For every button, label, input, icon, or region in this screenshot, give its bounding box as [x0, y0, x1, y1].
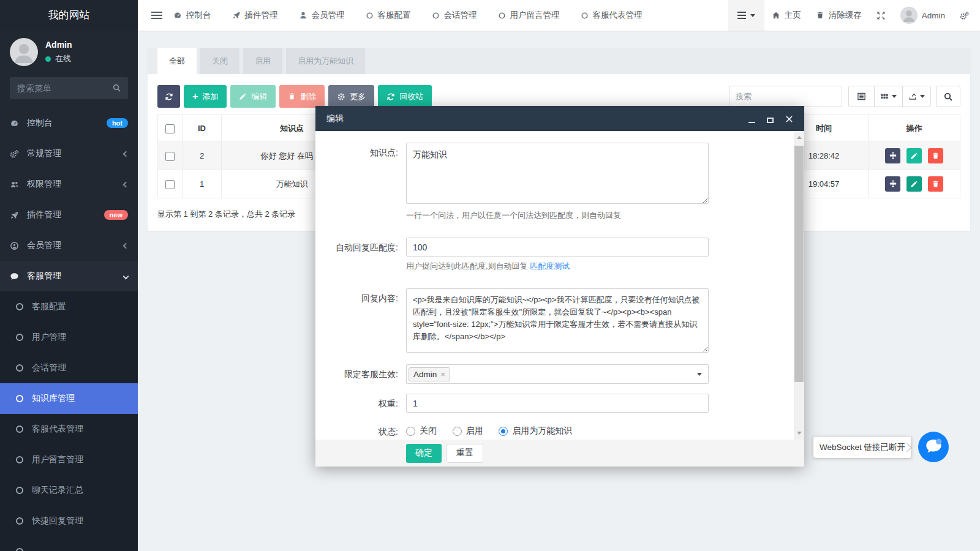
nav-tab-addons[interactable]: 插件管理 — [232, 10, 278, 21]
radio-checked-icon — [499, 427, 508, 436]
tab-closed[interactable]: 关闭 — [200, 48, 239, 74]
sidebar-search-input[interactable] — [10, 77, 128, 99]
remove-tag-icon[interactable] — [440, 370, 445, 378]
circle-icon — [432, 12, 440, 20]
nav-tab-dashboard[interactable]: 控制台 — [173, 10, 211, 21]
row-edit-button[interactable] — [907, 148, 922, 163]
row-checkbox[interactable] — [165, 152, 175, 161]
select-all-checkbox[interactable] — [165, 124, 175, 133]
home-button[interactable]: 主页 — [764, 0, 809, 31]
settings-button[interactable] — [952, 0, 980, 31]
radio-enabled[interactable]: 启用 — [453, 425, 483, 437]
row-edit-button[interactable] — [907, 176, 922, 192]
table-view-buttons — [848, 86, 931, 107]
row-delete-button[interactable] — [928, 148, 943, 163]
search-icon — [112, 83, 121, 92]
scroll-up-button[interactable] — [794, 132, 804, 142]
radio-icon — [453, 427, 462, 436]
more-button[interactable]: 更多 — [328, 85, 374, 108]
sidebar-item-general[interactable]: 常规管理 — [0, 138, 138, 169]
export-dropdown-button[interactable] — [903, 86, 930, 107]
gear-icon — [337, 92, 345, 101]
maximize-icon[interactable] — [767, 114, 774, 123]
row-delete-button[interactable] — [928, 176, 943, 192]
gauge-icon — [173, 11, 182, 20]
radio-universal[interactable]: 启用为万能知识 — [499, 425, 572, 437]
tab-enabled[interactable]: 启用 — [243, 48, 282, 74]
scrollbar-thumb[interactable] — [794, 146, 804, 382]
sidebar-item-knowledge-base[interactable]: 知识库管理 — [0, 383, 138, 414]
limit-agent-select[interactable]: Admin — [406, 364, 709, 384]
nav-tab-session-manage[interactable]: 会话管理 — [432, 10, 477, 21]
sidebar-item-service[interactable]: 客服管理 — [0, 261, 138, 291]
confirm-button[interactable]: 确定 — [406, 444, 442, 463]
sidebar-menu: 控制台 hot 常规管理 权限管理 插件管理 new 会员管理 客服管理 — [0, 108, 138, 551]
weight-input[interactable] — [406, 394, 709, 413]
reply-content-textarea[interactable]: <p>我是来自知识库的万能知识~</p><p>我不计算匹配度，只要没有任何知识点… — [406, 288, 709, 353]
sidebar-item-agent-manage[interactable]: 客服代表管理 — [0, 414, 138, 444]
drag-row-button[interactable] — [885, 176, 900, 192]
search-submit-button[interactable] — [936, 86, 960, 107]
new-badge: new — [104, 210, 128, 220]
sidebar-item-members[interactable]: 会员管理 — [0, 230, 138, 261]
columns-dropdown-button[interactable] — [875, 86, 903, 107]
close-icon[interactable] — [785, 114, 793, 123]
websocket-tooltip: WebSocket 链接已断开 — [813, 436, 912, 459]
sidebar-item-quick-reply[interactable]: 快捷回复管理 — [0, 506, 138, 536]
sidebar-item-session-manage[interactable]: 会话管理 — [0, 353, 138, 383]
sidebar-item-partial[interactable] — [0, 536, 138, 551]
circle-icon — [16, 456, 23, 463]
chat-launcher-button[interactable] — [918, 432, 949, 462]
refresh-icon — [165, 92, 173, 101]
nav-tab-members[interactable]: 会员管理 — [299, 10, 345, 21]
reset-button[interactable]: 重置 — [447, 444, 483, 463]
sidebar-item-service-config[interactable]: 客服配置 — [0, 291, 138, 322]
nav-tab-message-manage[interactable]: 用户留言管理 — [498, 10, 560, 21]
sidebar-item-chat-logs[interactable]: 聊天记录汇总 — [0, 475, 138, 506]
table-toolbar: + 添加 编辑 删除 更多 回收站 — [157, 85, 960, 108]
recycle-icon — [386, 92, 395, 101]
match-test-link[interactable]: 匹配度测试 — [530, 261, 570, 271]
circle-icon — [16, 303, 23, 310]
clear-cache-button[interactable]: 清除缓存 — [809, 0, 869, 31]
detail-view-button[interactable] — [849, 86, 875, 107]
sidebar-item-dashboard[interactable]: 控制台 hot — [0, 108, 138, 138]
radio-closed[interactable]: 关闭 — [406, 425, 437, 437]
recycle-bin-button[interactable]: 回收站 — [378, 85, 432, 108]
sidebar-item-addons[interactable]: 插件管理 new — [0, 200, 138, 230]
edit-button[interactable]: 编辑 — [230, 85, 276, 108]
sidebar-item-message-manage[interactable]: 用户留言管理 — [0, 444, 138, 475]
add-button[interactable]: + 添加 — [184, 85, 227, 108]
match-degree-input[interactable] — [406, 238, 709, 257]
nav-tab-agent-manage[interactable]: 客服代表管理 — [581, 10, 643, 21]
fullscreen-button[interactable] — [869, 0, 893, 31]
user-icon — [299, 11, 307, 20]
caret-down-icon — [750, 14, 755, 20]
dialog-title: 编辑 — [326, 113, 344, 124]
field-hint: 用户提问达到此匹配度,则自动回复 匹配度测试 — [406, 261, 709, 272]
menu-toggle-button[interactable] — [151, 10, 162, 21]
minimize-icon[interactable] — [748, 114, 755, 123]
nav-tab-service-config[interactable]: 客服配置 — [366, 10, 411, 21]
site-brand[interactable]: 我的网站 — [0, 0, 138, 31]
knowledge-textarea[interactable]: 万能知识 — [406, 143, 709, 204]
drag-row-button[interactable] — [885, 148, 900, 163]
col-header-id[interactable]: ID — [183, 115, 222, 142]
user-menu[interactable]: Admin — [893, 0, 952, 31]
dialog-scrollbar — [794, 131, 804, 440]
dialog-header[interactable]: 编辑 — [315, 106, 804, 131]
refresh-button[interactable] — [157, 85, 180, 108]
delete-button[interactable]: 删除 — [279, 85, 325, 108]
scroll-down-button[interactable] — [794, 429, 804, 438]
chat-bubble-icon — [920, 433, 947, 460]
circle-icon — [366, 12, 374, 20]
sidebar-item-auth[interactable]: 权限管理 — [0, 169, 138, 200]
chevron-left-icon — [123, 242, 129, 249]
pencil-icon — [239, 92, 247, 100]
sidebar-item-user-manage[interactable]: 用户管理 — [0, 322, 138, 353]
tab-universal[interactable]: 启用为万能知识 — [286, 48, 365, 74]
tab-all[interactable]: 全部 — [157, 48, 197, 74]
row-checkbox[interactable] — [165, 180, 175, 189]
table-search-input[interactable] — [729, 86, 842, 107]
tabs-list-dropdown-button[interactable] — [728, 0, 764, 31]
